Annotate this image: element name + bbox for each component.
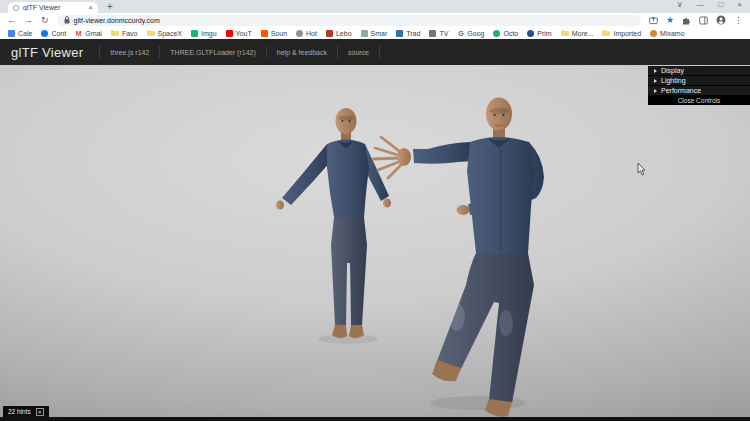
foot bbox=[332, 325, 347, 338]
bookmark-item[interactable]: TV bbox=[429, 30, 448, 37]
chevron-right-icon bbox=[654, 89, 657, 93]
bookmark-item[interactable]: Soun bbox=[261, 30, 287, 37]
header-link[interactable]: help & feedback bbox=[266, 46, 337, 58]
address-bar: ← → ↻ gltf-viewer.donmccurdy.com ★ ⋮ bbox=[0, 13, 750, 27]
3d-models bbox=[0, 65, 750, 421]
badge-close-icon[interactable]: × bbox=[36, 408, 44, 416]
site-favicon-icon bbox=[226, 30, 233, 37]
close-button[interactable]: × bbox=[737, 1, 742, 9]
site-favicon-icon bbox=[41, 30, 48, 37]
bookmark-item[interactable]: Lebo bbox=[326, 30, 352, 37]
shirt bbox=[327, 140, 369, 218]
url-text: gltf-viewer.donmccurdy.com bbox=[74, 17, 160, 24]
url-field[interactable]: gltf-viewer.donmccurdy.com bbox=[57, 15, 641, 26]
browser-window: glTF Viewer × + ∨ — □ × ← → ↻ gltf-viewe… bbox=[0, 0, 750, 421]
share-icon[interactable] bbox=[649, 16, 658, 25]
bookmark-item[interactable]: Mixamo bbox=[650, 30, 685, 37]
tab-favicon-icon bbox=[13, 5, 19, 11]
extensions-puzzle-icon[interactable] bbox=[682, 16, 691, 25]
back-icon[interactable]: ← bbox=[7, 16, 16, 25]
bookmark-label: Goog bbox=[467, 30, 484, 37]
bookmark-item[interactable]: Trad bbox=[396, 30, 420, 37]
left-arm bbox=[282, 144, 332, 205]
address-bar-icons: ★ ⋮ bbox=[649, 15, 743, 25]
gui-folder[interactable]: Display bbox=[648, 66, 750, 76]
header-link-label: THREE.GLTFLoader (r142) bbox=[170, 49, 255, 56]
forward-icon[interactable]: → bbox=[24, 16, 33, 25]
bookmark-item[interactable]: More... bbox=[561, 30, 594, 37]
bookmark-label: TV bbox=[439, 30, 448, 37]
new-tab-button[interactable]: + bbox=[107, 2, 113, 12]
bookmark-item[interactable]: Octo bbox=[493, 30, 518, 37]
window-controls: ∨ — □ × bbox=[677, 1, 742, 9]
gui-folder[interactable]: Performance bbox=[648, 86, 750, 96]
bookmark-item[interactable]: SpaceX bbox=[147, 30, 183, 37]
folder-icon bbox=[147, 31, 155, 36]
bookmark-label: Cale bbox=[18, 30, 32, 37]
browser-menu-icon[interactable]: ⋮ bbox=[734, 16, 743, 25]
bookmark-item[interactable]: Smar bbox=[361, 30, 388, 37]
site-favicon-icon: G bbox=[457, 30, 464, 37]
site-favicon-icon bbox=[191, 30, 198, 37]
knee-wear bbox=[449, 303, 465, 331]
site-favicon-icon bbox=[396, 30, 403, 37]
side-panel-icon[interactable] bbox=[699, 16, 708, 25]
bookmark-item[interactable]: Imported bbox=[602, 30, 641, 37]
bookmark-label: Soun bbox=[271, 30, 287, 37]
chevron-right-icon bbox=[654, 79, 657, 83]
maximize-button[interactable]: □ bbox=[718, 1, 723, 9]
site-favicon-icon bbox=[429, 30, 436, 37]
header-link[interactable]: source bbox=[337, 46, 380, 58]
validation-badge[interactable]: 22 hints × bbox=[3, 406, 49, 417]
knee-wear bbox=[499, 310, 513, 336]
bookmarks-bar: Cale Cont M Gmai Favo SpaceX Imgu YouT S… bbox=[0, 27, 750, 39]
site-title: glTF Viewer bbox=[11, 45, 83, 60]
bookmark-item[interactable]: G Goog bbox=[457, 30, 484, 37]
bookmark-item[interactable]: Prim bbox=[527, 30, 551, 37]
tab-search-icon[interactable]: ∨ bbox=[677, 1, 683, 9]
bookmark-item[interactable]: Cont bbox=[41, 30, 66, 37]
bookmark-item[interactable]: M Gmai bbox=[75, 30, 102, 37]
eye bbox=[493, 114, 495, 116]
profile-avatar-icon[interactable] bbox=[716, 15, 726, 25]
head bbox=[336, 108, 357, 134]
bookmark-label: Hot bbox=[306, 30, 317, 37]
bookmark-star-icon[interactable]: ★ bbox=[666, 16, 674, 25]
header-link[interactable]: three.js r142 bbox=[99, 46, 159, 58]
validation-badge-label: 22 hints bbox=[8, 408, 31, 415]
site-favicon-icon bbox=[527, 30, 534, 37]
bookmark-label: Favo bbox=[122, 30, 138, 37]
bookmark-item[interactable]: YouT bbox=[226, 30, 252, 37]
minimize-button[interactable]: — bbox=[696, 1, 704, 9]
folder-icon bbox=[111, 31, 119, 36]
gui-folder-label: Performance bbox=[661, 87, 701, 94]
tab-strip: glTF Viewer × + ∨ — □ × bbox=[0, 0, 750, 13]
gui-folder[interactable]: Lighting bbox=[648, 76, 750, 86]
bookmark-label: Imported bbox=[613, 30, 641, 37]
site-favicon-icon bbox=[650, 30, 657, 37]
site-favicon-icon bbox=[8, 30, 15, 37]
header-link[interactable]: THREE.GLTFLoader (r142) bbox=[159, 46, 265, 58]
bookmark-item[interactable]: Favo bbox=[111, 30, 138, 37]
gui-folder-label: Display bbox=[661, 67, 684, 74]
foot bbox=[485, 399, 512, 417]
bookmark-item[interactable]: Cale bbox=[8, 30, 32, 37]
bookmark-item[interactable]: Imgu bbox=[191, 30, 217, 37]
bookmark-label: Trad bbox=[406, 30, 420, 37]
bookmark-label: Imgu bbox=[201, 30, 217, 37]
chevron-right-icon bbox=[654, 69, 657, 73]
brow-shadow bbox=[489, 108, 509, 114]
bookmark-label: Smar bbox=[371, 30, 388, 37]
browser-tab[interactable]: glTF Viewer × bbox=[8, 2, 98, 13]
tab-close-icon[interactable]: × bbox=[88, 4, 93, 12]
hand bbox=[383, 199, 391, 208]
3d-canvas[interactable] bbox=[0, 65, 750, 421]
folder-icon bbox=[602, 31, 610, 36]
bookmark-item[interactable]: Hot bbox=[296, 30, 317, 37]
mouse-cursor-icon bbox=[637, 163, 647, 176]
hand bbox=[276, 201, 284, 210]
lock-icon bbox=[64, 16, 70, 24]
eye bbox=[349, 120, 351, 122]
reload-icon[interactable]: ↻ bbox=[41, 16, 49, 25]
close-controls-button[interactable]: Close Controls bbox=[648, 96, 750, 105]
